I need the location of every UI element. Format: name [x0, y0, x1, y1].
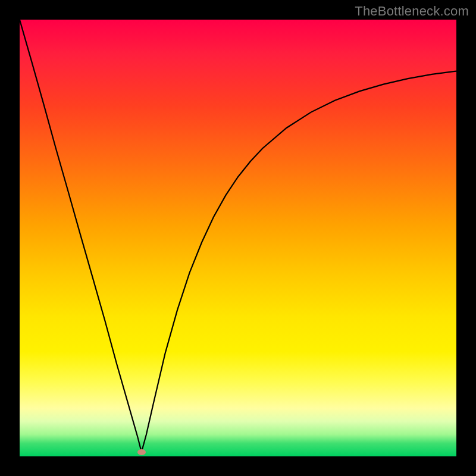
bottleneck-curve — [20, 20, 456, 456]
watermark-text: TheBottleneck.com — [355, 4, 469, 19]
min-marker — [137, 449, 146, 455]
